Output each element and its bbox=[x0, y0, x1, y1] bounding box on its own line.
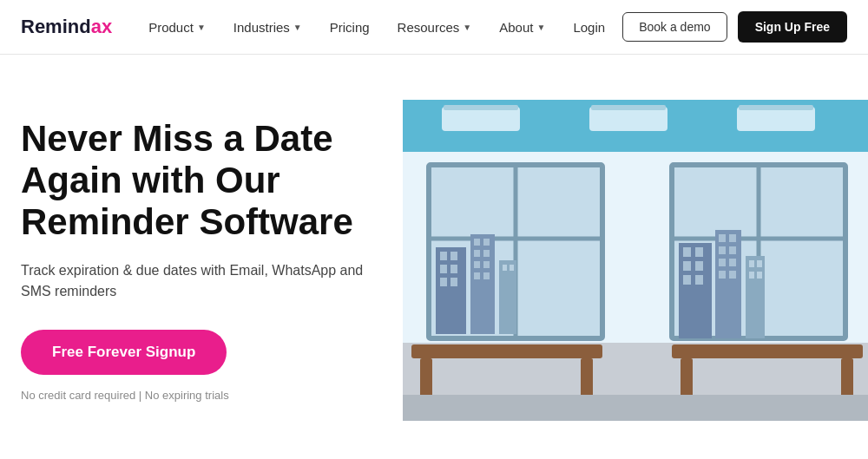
hero-title: Never Miss a Date Again with Our Reminde… bbox=[21, 118, 368, 244]
chevron-down-icon: ▼ bbox=[293, 23, 302, 32]
svg-rect-3 bbox=[589, 107, 667, 131]
svg-rect-4 bbox=[591, 105, 666, 110]
nav-item-resources[interactable]: Resources ▼ bbox=[385, 0, 484, 55]
nav-item-product[interactable]: Product ▼ bbox=[136, 0, 218, 55]
svg-rect-24 bbox=[483, 250, 490, 257]
svg-rect-52 bbox=[746, 256, 765, 338]
svg-rect-18 bbox=[440, 278, 447, 286]
svg-rect-1 bbox=[442, 107, 520, 131]
svg-rect-40 bbox=[695, 261, 703, 271]
svg-rect-44 bbox=[719, 234, 726, 242]
logo[interactable]: Remindax bbox=[21, 16, 112, 38]
chevron-down-icon: ▼ bbox=[197, 23, 206, 32]
svg-rect-37 bbox=[683, 247, 691, 257]
svg-rect-14 bbox=[440, 252, 447, 260]
svg-rect-50 bbox=[719, 271, 726, 279]
svg-rect-20 bbox=[470, 234, 495, 334]
svg-rect-21 bbox=[474, 239, 480, 246]
chevron-down-icon: ▼ bbox=[463, 23, 471, 32]
svg-rect-38 bbox=[695, 247, 703, 257]
svg-rect-31 bbox=[510, 265, 514, 271]
svg-rect-29 bbox=[499, 260, 516, 334]
svg-rect-63 bbox=[403, 395, 868, 421]
nav-item-industries[interactable]: Industries ▼ bbox=[221, 0, 314, 55]
svg-rect-51 bbox=[729, 271, 736, 279]
svg-rect-36 bbox=[679, 243, 712, 338]
svg-rect-57 bbox=[411, 344, 602, 358]
svg-rect-5 bbox=[737, 107, 815, 131]
svg-rect-54 bbox=[757, 260, 762, 267]
svg-rect-53 bbox=[749, 260, 754, 267]
svg-rect-49 bbox=[729, 259, 736, 266]
svg-rect-60 bbox=[672, 344, 863, 358]
svg-rect-41 bbox=[683, 275, 691, 285]
hero-illustration bbox=[403, 100, 868, 421]
svg-rect-43 bbox=[715, 230, 741, 338]
svg-rect-56 bbox=[757, 272, 762, 279]
hero-subtitle: Track expiration & due dates with Email,… bbox=[21, 260, 368, 302]
login-button[interactable]: Login bbox=[566, 20, 612, 35]
svg-rect-26 bbox=[483, 261, 490, 268]
signup-button[interactable]: Sign Up Free bbox=[738, 11, 847, 43]
free-signup-button[interactable]: Free Forever Signup bbox=[21, 330, 227, 375]
svg-rect-2 bbox=[444, 105, 518, 110]
svg-rect-19 bbox=[450, 278, 457, 286]
book-demo-button[interactable]: Book a demo bbox=[622, 12, 727, 42]
navbar: Remindax Product ▼ Industries ▼ Pricing … bbox=[0, 0, 868, 55]
svg-rect-16 bbox=[440, 265, 447, 273]
svg-rect-48 bbox=[719, 259, 726, 266]
svg-rect-22 bbox=[483, 239, 490, 246]
svg-rect-15 bbox=[450, 252, 457, 260]
logo-remind: Remind bbox=[21, 16, 91, 38]
logo-ax: ax bbox=[91, 16, 112, 38]
hero-note: No credit card required | No expiring tr… bbox=[21, 389, 229, 402]
svg-rect-23 bbox=[474, 250, 480, 257]
svg-rect-17 bbox=[450, 265, 457, 273]
svg-rect-47 bbox=[729, 246, 736, 254]
hero-text: Never Miss a Date Again with Our Reminde… bbox=[21, 118, 368, 403]
svg-rect-39 bbox=[683, 261, 691, 271]
nav-item-pricing[interactable]: Pricing bbox=[318, 0, 382, 55]
svg-rect-30 bbox=[503, 265, 507, 271]
svg-rect-55 bbox=[749, 272, 754, 279]
hero-image bbox=[403, 100, 868, 421]
svg-rect-27 bbox=[474, 272, 480, 279]
nav-item-about[interactable]: About ▼ bbox=[487, 0, 557, 55]
svg-rect-46 bbox=[719, 246, 726, 254]
chevron-down-icon: ▼ bbox=[536, 23, 545, 32]
svg-rect-25 bbox=[474, 261, 480, 268]
svg-rect-28 bbox=[483, 272, 490, 279]
nav-actions: Login Book a demo Sign Up Free bbox=[566, 11, 847, 43]
svg-rect-45 bbox=[729, 234, 736, 242]
hero-section: Never Miss a Date Again with Our Reminde… bbox=[0, 55, 868, 459]
svg-rect-42 bbox=[695, 275, 703, 285]
svg-rect-6 bbox=[739, 105, 813, 110]
nav-links: Product ▼ Industries ▼ Pricing Resources… bbox=[136, 0, 566, 55]
